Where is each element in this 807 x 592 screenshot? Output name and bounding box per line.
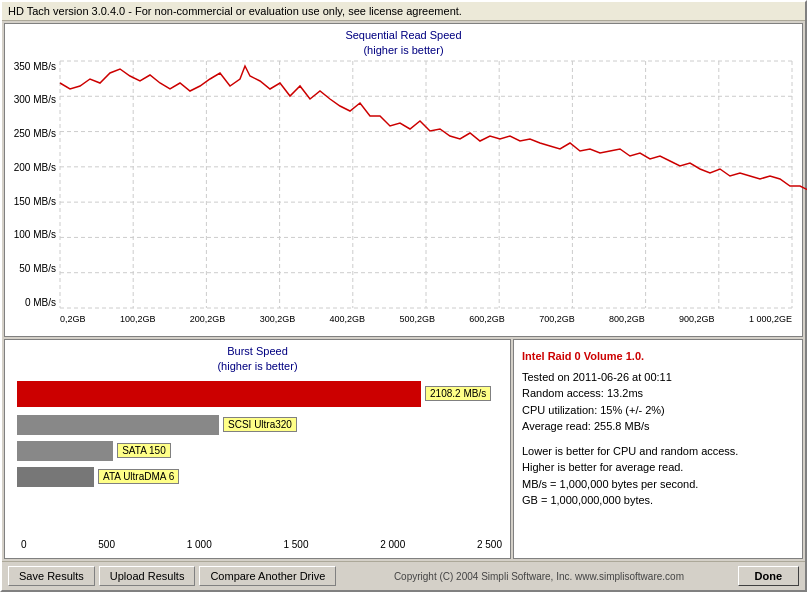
- burst-label-scsi: SCSI Ultra320: [223, 417, 297, 432]
- main-content: Sequential Read Speed (higher is better)…: [2, 21, 805, 561]
- window-title: HD Tach version 3.0.4.0 - For non-commer…: [8, 5, 462, 17]
- sequential-chart-svg: [60, 61, 792, 308]
- toolbar: Save Results Upload Results Compare Anot…: [2, 561, 805, 590]
- burst-bars-container: 2108.2 MB/s SCSI Ultra320 SA: [17, 381, 498, 487]
- main-window: HD Tach version 3.0.4.0 - For non-commer…: [0, 0, 807, 592]
- burst-bar-scsi: [17, 415, 219, 435]
- y-axis-labels: 350 MB/s 300 MB/s 250 MB/s 200 MB/s 150 …: [8, 61, 56, 308]
- burst-bar-row-1: 2108.2 MB/s: [17, 381, 498, 407]
- info-notes: Lower is better for CPU and random acces…: [522, 443, 794, 509]
- upload-results-button[interactable]: Upload Results: [99, 566, 196, 586]
- burst-label-sata: SATA 150: [117, 443, 171, 458]
- burst-bar-row-3: SATA 150: [17, 441, 498, 461]
- sequential-chart-panel: Sequential Read Speed (higher is better)…: [4, 23, 803, 337]
- x-axis-labels: 0,2GB 100,2GB 200,2GB 300,2GB 400,2GB 50…: [60, 314, 792, 324]
- compare-drive-button[interactable]: Compare Another Drive: [199, 566, 336, 586]
- copyright-text: Copyright (C) 2004 Simpli Software, Inc.…: [340, 571, 737, 582]
- burst-x-labels: 0 500 1 000 1 500 2 000 2 500: [21, 539, 502, 550]
- burst-bar-ata: [17, 467, 94, 487]
- burst-chart-title: Burst Speed (higher is better): [9, 344, 506, 375]
- burst-label-ata: ATA UltraDMA 6: [98, 469, 179, 484]
- info-panel: Intel Raid 0 Volume 1.0. Tested on 2011-…: [513, 339, 803, 559]
- burst-bar-row-4: ATA UltraDMA 6: [17, 467, 498, 487]
- burst-value-label: 2108.2 MB/s: [425, 386, 491, 401]
- sequential-chart-title: Sequential Read Speed (higher is better): [5, 24, 802, 61]
- burst-bar-current: [17, 381, 421, 407]
- burst-chart-panel: Burst Speed (higher is better) 2108.2 MB…: [4, 339, 511, 559]
- burst-bar-row-2: SCSI Ultra320: [17, 415, 498, 435]
- info-drive-title: Intel Raid 0 Volume 1.0.: [522, 348, 794, 365]
- burst-bar-sata: [17, 441, 113, 461]
- title-bar: HD Tach version 3.0.4.0 - For non-commer…: [2, 2, 805, 21]
- info-details: Tested on 2011-06-26 at 00:11 Random acc…: [522, 369, 794, 435]
- save-results-button[interactable]: Save Results: [8, 566, 95, 586]
- done-button[interactable]: Done: [738, 566, 800, 586]
- bottom-section: Burst Speed (higher is better) 2108.2 MB…: [4, 339, 803, 559]
